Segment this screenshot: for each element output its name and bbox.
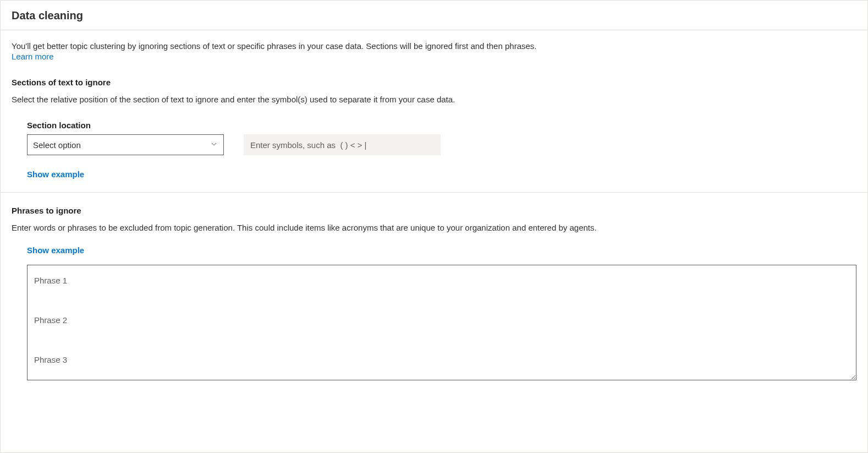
- intro-text: You'll get better topic clustering by ig…: [12, 40, 856, 52]
- section-location-label: Section location: [27, 121, 856, 130]
- phrases-description: Enter words or phrases to be excluded fr…: [12, 222, 716, 233]
- section-location-row: Select option: [27, 134, 856, 155]
- sections-show-example-link[interactable]: Show example: [27, 170, 84, 179]
- phrases-heading: Phrases to ignore: [12, 206, 856, 215]
- panel-content: You'll get better topic clustering by ig…: [1, 30, 867, 392]
- phrases-show-example-link[interactable]: Show example: [27, 245, 84, 255]
- page-title: Data cleaning: [12, 9, 856, 22]
- learn-more-link[interactable]: Learn more: [12, 52, 54, 61]
- phrases-textarea[interactable]: [27, 265, 856, 380]
- section-location-select[interactable]: Select option: [27, 134, 224, 155]
- section-location-field-group: Section location Select option: [27, 121, 856, 155]
- section-location-select-wrapper: Select option: [27, 134, 224, 155]
- panel-header: Data cleaning: [1, 1, 867, 30]
- data-cleaning-panel: Data cleaning You'll get better topic cl…: [0, 0, 868, 453]
- sections-description: Select the relative position of the sect…: [12, 94, 856, 105]
- phrases-section: Phrases to ignore Enter words or phrases…: [12, 193, 856, 382]
- symbols-input[interactable]: [244, 134, 441, 155]
- sections-heading: Sections of text to ignore: [12, 78, 856, 87]
